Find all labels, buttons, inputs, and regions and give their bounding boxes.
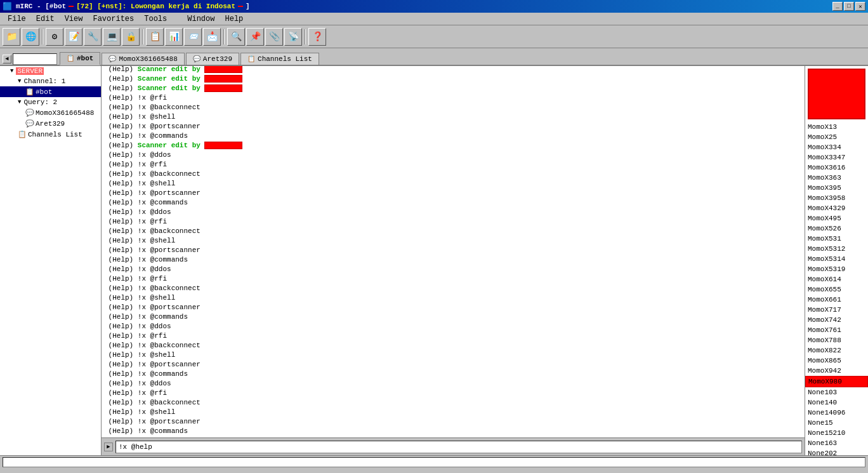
list-item[interactable]: None202: [805, 448, 868, 455]
menu-tools[interactable]: Tools: [139, 13, 172, 25]
toolbar-btn-4[interactable]: 📝: [65, 28, 82, 46]
sidebar-item-aret[interactable]: 💬 Aret329: [0, 118, 101, 129]
list-item[interactable]: MomoX865: [805, 356, 868, 366]
status-input[interactable]: [3, 457, 865, 467]
list-item[interactable]: MomoX395: [805, 183, 868, 193]
tab-bot[interactable]: 📋 #bot: [60, 52, 100, 65]
list-item[interactable]: MomoX334: [805, 142, 868, 152]
list-item[interactable]: MomoX980: [805, 376, 868, 387]
maximize-button[interactable]: □: [844, 2, 854, 11]
status-tab-input[interactable]: [13, 53, 57, 65]
list-item[interactable]: MomoX5312: [805, 244, 868, 254]
toolbar-btn-9[interactable]: 📊: [165, 28, 183, 46]
list-item[interactable]: MomoX5314: [805, 254, 868, 264]
list-item[interactable]: MomoX742: [805, 315, 868, 325]
toolbar-btn-13[interactable]: 📌: [246, 28, 264, 46]
list-item[interactable]: MomoX761: [805, 325, 868, 335]
toolbar-btn-2[interactable]: 🌐: [22, 28, 39, 46]
msg-cmd: !x @shell: [133, 294, 175, 302]
menu-window[interactable]: Window: [182, 13, 220, 25]
aret-label: Aret329: [36, 120, 65, 128]
msg-tag: (Help): [109, 389, 134, 397]
toolbar-btn-8[interactable]: 📋: [146, 28, 164, 46]
tab-aret[interactable]: 💬 Aret329: [186, 53, 239, 65]
msg-cmd: !x @ddos: [133, 380, 171, 387]
toolbar-btn-6[interactable]: 💻: [103, 28, 121, 46]
msg-cmd: !x @backconnect: [133, 284, 201, 292]
list-item[interactable]: MomoX13: [805, 122, 868, 132]
msg-cmd: !x @ddos: [133, 208, 171, 216]
toolbar-btn-3[interactable]: ⚙: [46, 28, 63, 46]
msg-tag: (Help): [109, 161, 134, 168]
list-item[interactable]: MomoX531: [805, 234, 868, 244]
close-button[interactable]: ✕: [855, 2, 865, 11]
list-item[interactable]: MomoX526: [805, 223, 868, 234]
list-item[interactable]: MomoX4329: [805, 203, 868, 213]
toolbar-btn-12[interactable]: 🔍: [227, 28, 245, 46]
list-item[interactable]: MomoX655: [805, 284, 868, 295]
list-item[interactable]: MomoX5319: [805, 264, 868, 274]
tab-aret-label: Aret329: [203, 55, 232, 63]
toolbar-btn-7[interactable]: 🔒: [122, 28, 140, 46]
toolbar-btn-16[interactable]: ❓: [308, 28, 326, 46]
menu-commands[interactable]: [172, 18, 182, 20]
toolbar-btn-11[interactable]: 📩: [203, 28, 221, 46]
toolbar-separator-4: [305, 29, 306, 44]
list-item[interactable]: None14096: [805, 408, 868, 418]
msg-scanner: Scanner edit by: [133, 84, 204, 92]
toolbar-btn-1[interactable]: 📁: [3, 28, 20, 46]
msg-tag: (Help): [109, 199, 134, 206]
list-item[interactable]: MomoX942: [805, 366, 868, 376]
list-item[interactable]: None140: [805, 397, 868, 408]
title-left: 🟦 mIRC - [#bot [72] [+nst]: Lowongan ker…: [3, 2, 250, 11]
list-item[interactable]: MomoX3958: [805, 193, 868, 203]
chanlist-icon: 📋: [18, 130, 27, 138]
menu-favorites[interactable]: Favorites: [88, 13, 139, 25]
minimize-button[interactable]: _: [832, 2, 843, 11]
sidebar-item-server[interactable]: ▼ SERVER: [0, 66, 101, 76]
tab-arrow-left[interactable]: ◄: [3, 55, 11, 63]
list-item[interactable]: MomoX25: [805, 132, 868, 142]
list-item[interactable]: None163: [805, 438, 868, 448]
list-item[interactable]: MomoX788: [805, 335, 868, 345]
msg-cmd: !x @shell: [133, 351, 175, 359]
list-item[interactable]: MomoX3616: [805, 163, 868, 173]
msg-cmd: !x @portscanner: [133, 123, 201, 130]
toolbar-btn-10[interactable]: 📨: [184, 28, 202, 46]
sidebar-item-query[interactable]: ▼ Query: 2: [0, 97, 101, 107]
table-row: (Help) !x @backconnect: [104, 284, 802, 293]
sidebar-item-chanlist[interactable]: 📋 Channels List: [0, 129, 101, 140]
window-controls[interactable]: _ □ ✕: [832, 2, 865, 11]
tab-momo[interactable]: 💬 MomoX361665488: [102, 53, 184, 65]
title-channel-highlight: [69, 6, 74, 7]
list-item[interactable]: MomoX661: [805, 295, 868, 305]
msg-tag: (Help): [109, 66, 134, 73]
title-close-bracket: ]: [246, 3, 250, 10]
toolbar-btn-5[interactable]: 🔧: [84, 28, 102, 46]
chat-messages[interactable]: (Help) Scanner edit by (Help) Scanner ed…: [102, 66, 805, 437]
tab-channels[interactable]: 📋 Channels List: [240, 53, 319, 65]
input-arrow-btn[interactable]: ▶: [104, 443, 113, 451]
list-item[interactable]: None103: [805, 387, 868, 397]
list-item[interactable]: MomoX363: [805, 173, 868, 183]
list-item[interactable]: None15: [805, 418, 868, 428]
list-item[interactable]: MomoX3347: [805, 152, 868, 163]
chat-input[interactable]: [115, 441, 802, 453]
menu-file[interactable]: File: [3, 13, 31, 25]
list-item[interactable]: MomoX717: [805, 305, 868, 315]
sidebar-item-channel[interactable]: ▼ Channel: 1: [0, 76, 101, 86]
tab-bar: ◄ 📋 #bot 💬 MomoX361665488 💬 Aret329 📋 Ch…: [0, 48, 868, 66]
bot-chan-label: #bot: [36, 88, 52, 96]
toolbar-btn-14[interactable]: 📎: [265, 28, 283, 46]
sidebar-item-momo[interactable]: 💬 MomoX361665488: [0, 107, 101, 118]
menu-edit[interactable]: Edit: [31, 13, 60, 25]
tab-momo-label: MomoX361665488: [119, 55, 177, 63]
menu-help[interactable]: Help: [220, 13, 248, 25]
sidebar-item-botchan[interactable]: 📋 #bot: [0, 86, 101, 97]
list-item[interactable]: MomoX495: [805, 213, 868, 223]
list-item[interactable]: None15210: [805, 428, 868, 438]
list-item[interactable]: MomoX822: [805, 345, 868, 356]
menu-view[interactable]: View: [60, 13, 88, 25]
list-item[interactable]: MomoX614: [805, 274, 868, 284]
toolbar-btn-15[interactable]: 📡: [284, 28, 302, 46]
